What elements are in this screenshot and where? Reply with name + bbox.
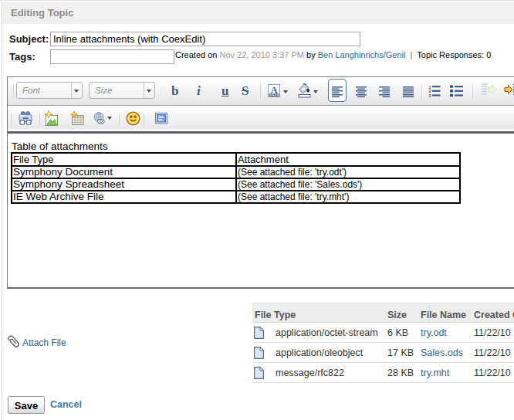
svg-text:3: 3 (429, 93, 431, 98)
